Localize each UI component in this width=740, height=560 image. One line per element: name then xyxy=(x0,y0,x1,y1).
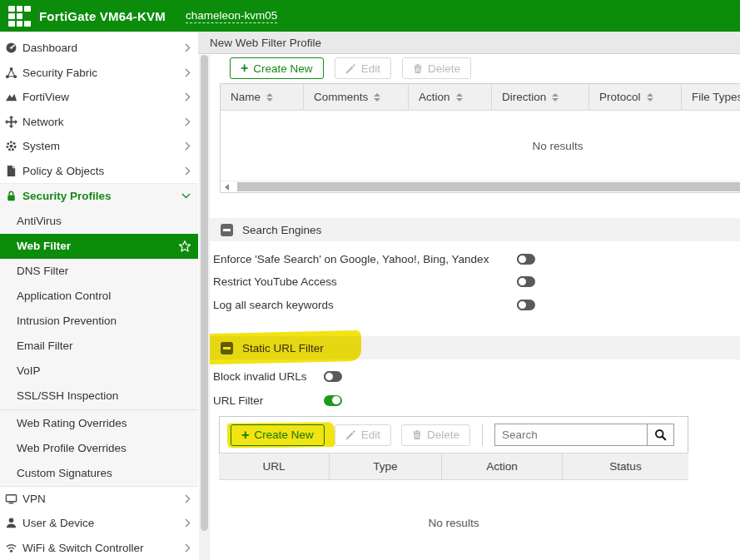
sidebar-item-antivirus[interactable]: AntiVirus xyxy=(0,209,198,234)
chevron-right-icon xyxy=(185,494,191,503)
empty-table-message: No results xyxy=(221,140,740,152)
url-edit-button[interactable]: Edit xyxy=(335,424,391,446)
restrict-youtube-toggle[interactable] xyxy=(517,276,535,287)
sort-icon xyxy=(266,93,273,102)
sidebar-item-dashboard[interactable]: Dashboard xyxy=(0,36,198,61)
block-invalid-urls-toggle[interactable] xyxy=(324,371,342,382)
horizontal-scrollbar-thumb[interactable] xyxy=(237,182,740,191)
search-engines-section-header: Search Engines xyxy=(210,218,740,241)
sidebar-item-web-profile-overrides[interactable]: Web Profile Overrides xyxy=(0,436,198,461)
filters-table: Name Comments Action Direction Protocol xyxy=(220,83,740,193)
sidebar-item-custom-signatures[interactable]: Custom Signatures xyxy=(0,461,198,486)
fortinet-logo-icon xyxy=(8,6,31,27)
trash-icon xyxy=(413,63,423,74)
url-search-input[interactable] xyxy=(495,424,647,445)
toolbar-divider xyxy=(482,424,483,446)
sort-icon xyxy=(647,93,653,102)
safe-search-toggle[interactable] xyxy=(517,254,535,265)
security-fabric-icon xyxy=(4,66,18,79)
url-filter-toolbar: + Create New Edit Delete xyxy=(231,424,674,446)
sidebar-item-system[interactable]: System xyxy=(0,134,198,159)
plus-icon: + xyxy=(241,62,248,75)
content-vertical-scrollbar[interactable] xyxy=(199,55,210,560)
collapse-section-icon[interactable] xyxy=(221,342,233,354)
sidebar-item-policy-objects[interactable]: Policy & Objects xyxy=(0,159,198,184)
column-header-protocol[interactable]: Protocol xyxy=(589,84,682,110)
top-header: FortiGate VM64-KVM chameleon-kvm05 xyxy=(0,0,740,32)
hostname-link[interactable]: chameleon-kvm05 xyxy=(186,9,277,23)
column-header-type[interactable]: Type xyxy=(330,453,442,479)
column-header-status[interactable]: Status xyxy=(563,453,688,479)
sidebar-item-security-fabric[interactable]: Security Fabric xyxy=(0,61,198,86)
favorite-star-icon[interactable] xyxy=(178,240,191,253)
magnifier-icon xyxy=(654,429,667,441)
restrict-youtube-row: Restrict YouTube Access xyxy=(213,270,535,292)
filters-table-header: Name Comments Action Direction Protocol xyxy=(221,84,740,111)
url-search-group xyxy=(494,424,674,446)
filters-table-horizontal-scrollbar[interactable] xyxy=(221,181,740,192)
sidebar-item-voip[interactable]: VoIP xyxy=(0,359,198,384)
pencil-icon xyxy=(345,429,356,440)
dashboard-icon xyxy=(4,42,18,55)
sidebar-item-application-control[interactable]: Application Control xyxy=(0,284,198,309)
sidebar-item-network[interactable]: Network xyxy=(0,110,198,135)
chevron-down-icon xyxy=(181,193,191,199)
search-button[interactable] xyxy=(647,424,673,445)
filters-table-body: No results xyxy=(221,111,740,181)
column-header-action[interactable]: Action xyxy=(442,453,563,479)
filters-toolbar: + Create New Edit Delete xyxy=(230,57,471,79)
product-name: FortiGate VM64-KVM xyxy=(39,9,166,23)
sidebar-item-ssl-ssh-inspection[interactable]: SSL/SSH Inspection xyxy=(0,384,198,409)
url-create-new-button[interactable]: + Create New xyxy=(231,424,325,446)
user-icon xyxy=(4,517,18,530)
sidebar-item-intrusion-prevention[interactable]: Intrusion Prevention xyxy=(0,309,198,334)
collapse-section-icon[interactable] xyxy=(221,224,233,236)
sidebar-item-security-profiles[interactable]: Security Profiles xyxy=(0,184,198,209)
url-filter-panel: + Create New Edit Delete xyxy=(219,416,688,560)
policy-objects-icon xyxy=(4,164,18,177)
column-header-file-types[interactable]: File Types xyxy=(682,84,740,110)
sidebar-item-wifi-switch-controller[interactable]: WiFi & Switch Controller xyxy=(0,536,198,560)
network-icon xyxy=(4,115,18,128)
column-header-url[interactable]: URL xyxy=(219,453,330,479)
url-filter-toggle[interactable] xyxy=(324,395,342,406)
sidebar-item-email-filter[interactable]: Email Filter xyxy=(0,334,198,359)
log-keywords-toggle[interactable] xyxy=(517,300,535,310)
sidebar-item-dns-filter[interactable]: DNS Filter xyxy=(0,259,198,284)
sidebar-item-vpn[interactable]: VPN xyxy=(0,487,198,512)
security-profiles-group: Security Profiles AntiVirus Web Filter D… xyxy=(0,183,198,487)
sidebar-item-web-filter[interactable]: Web Filter xyxy=(0,234,198,259)
sidebar-item-web-rating-overrides[interactable]: Web Rating Overrides xyxy=(0,411,198,436)
vertical-scrollbar-thumb[interactable] xyxy=(201,55,208,531)
empty-table-message: No results xyxy=(429,517,479,529)
chevron-right-icon xyxy=(185,68,191,77)
column-header-comments[interactable]: Comments xyxy=(304,84,409,110)
block-invalid-urls-row: Block invalid URLs xyxy=(213,365,342,387)
wifi-icon xyxy=(4,541,18,554)
edit-button[interactable]: Edit xyxy=(335,57,391,79)
create-new-button[interactable]: + Create New xyxy=(230,57,324,79)
chevron-right-icon xyxy=(185,117,191,126)
scroll-left-arrow-icon[interactable] xyxy=(225,184,229,191)
url-table-header: URL Type Action Status xyxy=(219,453,688,480)
gear-icon xyxy=(4,140,18,153)
content-area: + Create New Edit Delete Name Comments xyxy=(210,55,740,560)
log-keywords-row: Log all search keywords xyxy=(213,294,535,315)
fortigate-app: FortiGate VM64-KVM chameleon-kvm05 Dashb… xyxy=(0,0,740,560)
delete-button[interactable]: Delete xyxy=(402,57,471,79)
safe-search-row: Enforce 'Safe Search' on Google, Yahoo!,… xyxy=(213,248,535,270)
sidebar-item-user-device[interactable]: User & Device xyxy=(0,511,198,536)
column-header-action[interactable]: Action xyxy=(409,84,492,110)
column-header-name[interactable]: Name xyxy=(221,84,304,110)
plus-icon: + xyxy=(241,429,249,442)
url-delete-button[interactable]: Delete xyxy=(401,424,470,446)
fortiview-icon xyxy=(4,91,18,104)
sidebar-item-fortiview[interactable]: FortiView xyxy=(0,85,198,110)
trash-icon xyxy=(412,429,422,440)
chevron-right-icon xyxy=(185,166,191,176)
chevron-right-icon xyxy=(185,543,191,553)
sidebar-divider xyxy=(0,409,198,410)
url-table: URL Type Action Status No results xyxy=(219,453,688,560)
column-header-direction[interactable]: Direction xyxy=(492,84,589,110)
lock-icon xyxy=(4,190,18,203)
